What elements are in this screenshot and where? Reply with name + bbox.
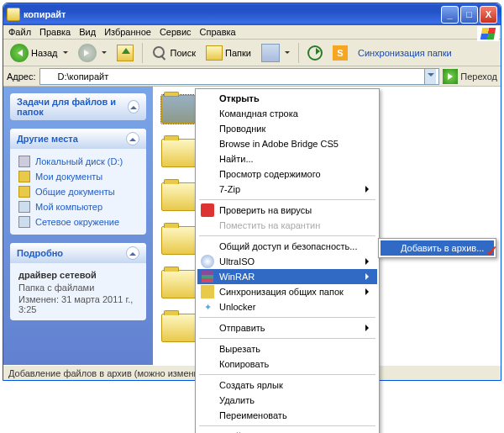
ctx-quarantine: Поместить на карантин [197,218,377,233]
wand-icon: ✦ [201,300,214,314]
title-folder-icon [7,8,20,21]
ctx-separator [199,338,375,339]
back-arrow-icon [10,44,29,62]
window-title: копирайт [24,9,441,19]
menu-file[interactable]: Файл [8,27,31,37]
ctx-shortcut[interactable]: Создать ярлык [197,378,377,393]
views-button[interactable] [258,42,293,64]
menubar: Файл Правка Вид Избранное Сервис Справка [3,25,501,40]
winrar-icon [383,241,396,255]
places-panel-title: Другие места [17,134,78,144]
menu-view[interactable]: Вид [79,27,96,37]
shared-docs-icon [18,186,30,198]
ctx-delete[interactable]: Удалить [197,393,377,408]
tasks-panel: Задачи для файлов и папок [10,93,146,120]
menu-help[interactable]: Справка [200,27,236,37]
places-panel-body: Локальный диск (D:) Мои документы Общие … [10,149,146,235]
ctx-copy[interactable]: Копировать [197,356,377,372]
ctx-scan-virus[interactable]: Проверить на вирусы [197,203,377,218]
folder-item[interactable] [161,139,197,167]
maximize-button[interactable]: □ [460,6,478,24]
ctx-sync-folders[interactable]: Синхронизация общих папок [197,284,377,299]
forward-dropdown-icon[interactable] [99,48,107,58]
details-panel-body: драйвер сетевой Папка с файлами Изменен:… [10,263,146,320]
ctx-properties[interactable]: Свойства [197,429,377,433]
address-dropdown-icon[interactable] [424,69,436,84]
collapse-icon[interactable] [126,132,139,145]
menu-edit[interactable]: Правка [39,27,71,37]
folder-item[interactable] [161,226,197,255]
ctx-sendto[interactable]: Отправить [197,320,377,335]
address-field[interactable]: D:\копирайт [39,68,440,85]
winrar-icon [201,270,214,283]
ctx-ultraiso[interactable]: UltraISO [197,254,377,269]
tasks-panel-title: Задачи для файлов и папок [17,97,128,117]
ctx-winrar[interactable]: WinRAR [197,269,377,284]
folders-icon [206,45,223,61]
back-button[interactable]: Назад [7,42,71,64]
disc-icon [201,255,214,268]
sync-label: Синхронизация папки [358,48,452,58]
place-my-computer[interactable]: Мой компьютер [18,199,138,214]
search-button[interactable]: Поиск [148,43,199,63]
details-panel-header[interactable]: Подробно [10,243,146,263]
toolbar-separator [142,43,143,63]
ctx-open[interactable]: Открыть [197,91,377,106]
ctx-rename[interactable]: Переименовать [197,408,377,423]
tasks-panel-header[interactable]: Задачи для файлов и папок [10,93,146,120]
place-local-disk[interactable]: Локальный диск (D:) [18,154,138,169]
folders-button[interactable]: Папки [202,44,255,62]
sync-refresh-button[interactable] [304,44,326,62]
minimize-button[interactable]: _ [441,6,459,24]
folder-item[interactable] [161,270,197,298]
ctx-sharing[interactable]: Общий доступ и безопасность... [197,239,377,254]
go-label: Переход [460,71,497,82]
back-dropdown-icon[interactable] [60,48,68,58]
ctx-separator [199,317,375,318]
folder-item[interactable] [161,182,197,211]
up-folder-icon [117,45,134,61]
collapse-icon[interactable] [128,100,139,114]
search-icon [151,45,168,61]
ctx-bridge[interactable]: Browse in Adobe Bridge CS5 [197,136,377,151]
shield-icon [201,203,214,217]
s-button[interactable]: S [329,44,351,62]
search-label: Поиск [171,48,196,58]
forward-button[interactable] [75,42,110,64]
annotation-checkmark-icon: ✓ [486,242,498,261]
titlebar[interactable]: копирайт _ □ X [3,3,501,25]
refresh-icon [307,45,323,61]
ctx-explorer[interactable]: Проводник [197,121,377,136]
views-dropdown-icon[interactable] [282,48,290,58]
submenu-label: Добавить в архив... [401,243,484,253]
close-button[interactable]: X [480,6,497,24]
place-label: Мои документы [35,172,102,182]
menu-tools[interactable]: Сервис [160,27,192,37]
place-network[interactable]: Сетевое окружение [18,214,138,230]
place-my-documents[interactable]: Мои документы [18,169,138,184]
sync-folder-button[interactable]: Синхронизация папки [354,46,455,60]
ctx-7zip[interactable]: 7-Zip [197,182,377,197]
menu-favorites[interactable]: Избранное [104,27,151,37]
ctx-cmdline[interactable]: Командная строка [197,106,377,121]
details-type: Папка с файлами [18,282,138,293]
details-modified: Изменен: 31 марта 2011 г., 3:25 [18,293,138,315]
address-folder-icon [43,71,55,82]
sidebar: Задачи для файлов и папок Другие места Л… [3,87,153,365]
ctx-unlocker[interactable]: ✦Unlocker [197,299,377,314]
ctx-separator [199,425,375,426]
submenu-add-to-archive[interactable]: Добавить в архив... [381,240,494,256]
up-button[interactable] [113,43,137,63]
folder-item-selected[interactable] [161,95,197,124]
place-label: Общие документы [35,187,115,197]
ctx-cut[interactable]: Вырезать [197,341,377,356]
windows-logo-icon [477,26,499,41]
ctx-find[interactable]: Найти... [197,151,377,166]
places-panel-header[interactable]: Другие места [10,129,146,149]
address-label: Адрес: [7,71,36,82]
ctx-viewcontent[interactable]: Просмотр содержимого [197,166,377,182]
place-shared-documents[interactable]: Общие документы [18,184,138,199]
folder-item[interactable] [161,314,197,342]
collapse-icon[interactable] [126,246,139,260]
go-button[interactable]: Переход [443,69,497,84]
